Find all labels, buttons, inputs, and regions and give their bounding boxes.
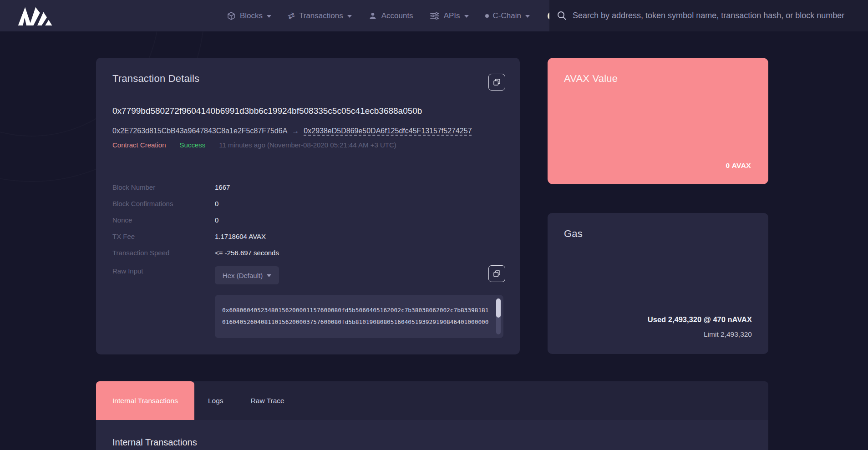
copy-raw-input-button[interactable] [488,265,505,282]
avalanche-logo[interactable] [17,5,57,26]
nav-label: Accounts [381,11,413,20]
to-address-link[interactable]: 0x2938eD5D869e50DA6f125dfc45F13157f52742… [304,127,472,135]
tab-logs[interactable]: Logs [194,381,237,420]
raw-input-format-value: Hex (Default) [223,272,263,279]
field-label: Transaction Speed [112,249,169,257]
person-icon [368,11,377,20]
nav-item-transactions[interactable]: ⇄ Transactions [288,11,352,20]
search-icon [557,10,567,21]
tab-internal-transactions[interactable]: Internal Transactions [96,381,194,420]
chevron-down-icon [347,15,352,18]
nav-label: C-Chain [493,11,521,20]
scrollbar-track[interactable] [496,298,501,334]
transfer-arrows-icon: ⇄ [286,10,296,21]
field-row: Block Number 1667 [96,183,520,194]
search-input[interactable] [573,11,868,20]
field-label: Nonce [112,216,132,224]
field-row: Nonce 0 [96,216,520,227]
transaction-details-card: Transaction Details 0x7799bd580272f96041… [96,58,520,354]
gas-used-value: Used 2,493,320 @ 470 nAVAX [648,315,752,324]
copy-icon [493,270,501,278]
nav-item-apis[interactable]: APIs [430,11,469,20]
transaction-type-label: Contract Creation [112,141,166,149]
avax-value: 0 AVAX [726,162,751,170]
field-value: 1667 [215,183,230,191]
bottom-tabs-section: Internal Transactions Logs Raw Trace Int… [96,381,768,450]
nav-menu: Blocks ⇄ Transactions Accounts [227,0,558,31]
field-value: <= -256.697 seconds [215,249,279,257]
hex-line: 0160405260408110156200003757600080fd5b81… [222,316,490,328]
raw-input-hex-box[interactable]: 0x60806040523480156200001157600080fd5b50… [215,295,503,338]
tab-panel: Internal Transactions [96,420,768,450]
avax-value-card: AVAX Value 0 AVAX [548,58,768,184]
raw-input-label: Raw Input [112,267,143,275]
field-label: Block Confirmations [112,200,173,207]
field-row: TX Fee 1.1718604 AVAX [96,233,520,243]
divider [112,164,503,164]
field-row: Raw Input [96,267,520,278]
chevron-down-icon [464,15,469,18]
tab-raw-trace[interactable]: Raw Trace [237,381,298,420]
page: Blocks ⇄ Transactions Accounts [0,0,868,450]
hex-line: 0x60806040523480156200001157600080fd5b50… [222,304,490,316]
nav-label: APIs [444,11,460,20]
search-bar [549,0,868,31]
chevron-down-icon [525,15,530,18]
field-value: 0 [215,200,218,207]
address-row: 0x2E7263d815CbB43a9647843C8a1e2F5c87F75d… [112,127,472,135]
nav-label: Blocks [240,11,263,20]
gas-card: Gas Used 2,493,320 @ 470 nAVAX Limit 2,4… [548,213,768,354]
tab-bar: Internal Transactions Logs Raw Trace [96,381,768,420]
chevron-down-icon [267,274,271,277]
transaction-hash: 0x7799bd580272f9604140b6991d3bb6c19924bf… [112,106,422,116]
field-value: 0 [215,216,218,224]
timestamp: 11 minutes ago (November-08-2020 05:21:4… [219,141,396,149]
scrollbar-thumb[interactable] [496,298,501,318]
sliders-icon [430,11,440,20]
copy-icon [493,78,501,86]
card-title: AVAX Value [564,73,618,85]
nav-item-blocks[interactable]: Blocks [227,11,271,20]
card-title: Transaction Details [112,73,199,85]
nav-item-c-chain[interactable]: C-Chain [485,11,530,20]
status-row: Contract Creation Success 11 minutes ago… [112,141,396,149]
nav-label: Transactions [299,11,343,20]
gas-limit-value: Limit 2,493,320 [704,330,752,339]
cube-icon [227,11,236,20]
status-badge: Success [180,141,206,149]
field-label: TX Fee [112,233,135,240]
field-value: 1.1718604 AVAX [215,233,266,240]
raw-input-format-select[interactable]: Hex (Default) [215,266,279,284]
chain-dot-icon [485,14,489,18]
field-label: Block Number [112,183,155,191]
arrow-right-icon: → [292,127,299,135]
section-heading: Internal Transactions [112,437,197,448]
top-navbar: Blocks ⇄ Transactions Accounts [0,0,868,31]
card-title: Gas [564,228,583,240]
nav-item-accounts[interactable]: Accounts [368,11,413,20]
from-address: 0x2E7263d815CbB43a9647843C8a1e2F5c87F75d… [112,127,287,135]
field-row: Transaction Speed <= -256.697 seconds [96,249,520,260]
chevron-down-icon [267,15,271,18]
field-row: Block Confirmations 0 [96,200,520,211]
copy-hash-button[interactable] [488,74,505,91]
